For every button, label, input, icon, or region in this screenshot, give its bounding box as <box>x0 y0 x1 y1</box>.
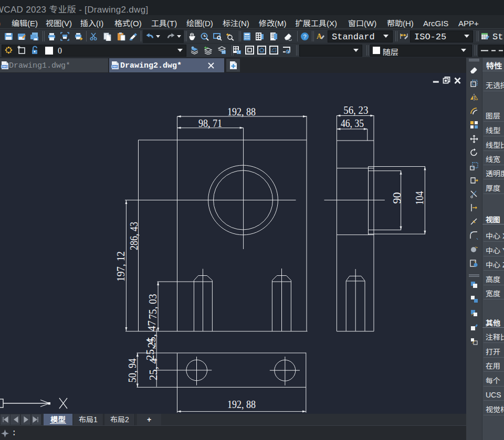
svg-text:56, 23: 56, 23 <box>343 104 368 116</box>
svg-text:25, 4: 25, 4 <box>144 338 156 360</box>
svg-text:104: 104 <box>414 191 425 205</box>
svg-text:75, 03: 75, 03 <box>147 294 159 319</box>
svg-text:98, 71: 98, 71 <box>198 117 222 129</box>
svg-text:?: ? <box>303 34 306 40</box>
svg-text:25, 4: 25, 4 <box>148 358 159 380</box>
svg-text:DWG: DWG <box>1 65 8 68</box>
svg-text:46, 35: 46, 35 <box>341 117 364 129</box>
svg-text:DWG: DWG <box>111 65 118 68</box>
svg-text:50, 94: 50, 94 <box>127 359 138 383</box>
svg-text:197, 12: 197, 12 <box>115 251 127 282</box>
svg-text:A: A <box>317 33 322 40</box>
svg-text:90: 90 <box>391 192 403 204</box>
svg-text:286, 43: 286, 43 <box>128 222 140 250</box>
svg-text:192, 88: 192, 88 <box>227 106 256 117</box>
svg-text:192, 88: 192, 88 <box>227 399 256 410</box>
